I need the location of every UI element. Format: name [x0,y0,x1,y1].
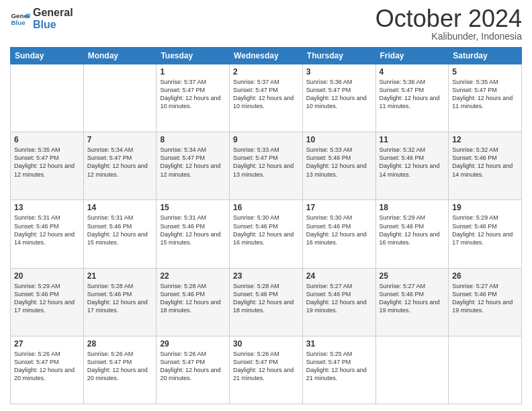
logo: General Blue General Blue [10,7,73,30]
cell-content: Sunrise: 5:26 AM Sunset: 5:47 PM Dayligh… [160,350,226,383]
table-row: 14Sunrise: 5:31 AM Sunset: 5:46 PM Dayli… [83,200,157,268]
logo-icon: General Blue [10,9,30,29]
calendar-week-4: 20Sunrise: 5:29 AM Sunset: 5:46 PM Dayli… [11,268,522,336]
day-number: 24 [306,271,372,281]
cell-content: Sunrise: 5:36 AM Sunset: 5:47 PM Dayligh… [306,78,372,111]
table-row: 31Sunrise: 5:25 AM Sunset: 5:47 PM Dayli… [302,336,375,404]
cell-content: Sunrise: 5:37 AM Sunset: 5:47 PM Dayligh… [233,78,299,111]
logo-text-blue: Blue [33,19,73,31]
table-row: 7Sunrise: 5:34 AM Sunset: 5:47 PM Daylig… [83,132,157,200]
table-row: 13Sunrise: 5:31 AM Sunset: 5:46 PM Dayli… [11,200,84,268]
day-number: 22 [160,271,226,281]
col-thursday: Thursday [302,48,375,64]
table-row: 22Sunrise: 5:28 AM Sunset: 5:46 PM Dayli… [157,268,230,336]
table-row: 21Sunrise: 5:28 AM Sunset: 5:46 PM Dayli… [83,268,157,336]
day-number: 3 [306,67,372,77]
day-number: 28 [87,339,153,349]
location: Kalibunder, Indonesia [375,31,522,42]
col-monday: Monday [83,48,157,64]
day-number: 29 [160,339,226,349]
cell-content: Sunrise: 5:29 AM Sunset: 5:46 PM Dayligh… [14,282,80,315]
table-row: 2Sunrise: 5:37 AM Sunset: 5:47 PM Daylig… [230,64,303,132]
day-number: 25 [380,271,445,281]
cell-content: Sunrise: 5:35 AM Sunset: 5:47 PM Dayligh… [452,78,518,111]
cell-content: Sunrise: 5:34 AM Sunset: 5:47 PM Dayligh… [87,146,153,179]
day-number: 31 [306,339,372,349]
svg-text:Blue: Blue [11,19,26,26]
cell-content: Sunrise: 5:26 AM Sunset: 5:47 PM Dayligh… [233,350,299,383]
title-section: October 2024 Kalibunder, Indonesia [375,7,522,42]
day-number: 21 [87,271,153,281]
day-number: 12 [452,135,518,144]
day-number: 30 [233,339,299,349]
day-number: 5 [452,67,518,77]
day-number: 8 [160,135,226,144]
day-number: 23 [233,271,299,281]
table-row: 8Sunrise: 5:34 AM Sunset: 5:47 PM Daylig… [157,132,230,200]
cell-content: Sunrise: 5:25 AM Sunset: 5:47 PM Dayligh… [306,350,372,383]
day-number: 15 [160,203,226,212]
table-row: 5Sunrise: 5:35 AM Sunset: 5:47 PM Daylig… [449,64,522,132]
cell-content: Sunrise: 5:29 AM Sunset: 5:46 PM Dayligh… [380,214,445,246]
cell-content: Sunrise: 5:30 AM Sunset: 5:46 PM Dayligh… [233,214,299,246]
cell-content: Sunrise: 5:35 AM Sunset: 5:47 PM Dayligh… [14,146,80,179]
calendar-week-5: 27Sunrise: 5:26 AM Sunset: 5:47 PM Dayli… [11,336,522,404]
table-row: 23Sunrise: 5:28 AM Sunset: 5:46 PM Dayli… [230,268,303,336]
calendar-week-1: 1Sunrise: 5:37 AM Sunset: 5:47 PM Daylig… [11,64,522,132]
cell-content: Sunrise: 5:28 AM Sunset: 5:46 PM Dayligh… [233,282,299,315]
day-number: 27 [14,339,80,349]
logo-text-general: General [33,7,73,19]
day-number: 16 [233,203,299,212]
cell-content: Sunrise: 5:27 AM Sunset: 5:46 PM Dayligh… [452,282,518,315]
cell-content: Sunrise: 5:28 AM Sunset: 5:46 PM Dayligh… [160,282,226,315]
table-row [375,336,449,404]
table-row: 3Sunrise: 5:36 AM Sunset: 5:47 PM Daylig… [302,64,375,132]
cell-content: Sunrise: 5:31 AM Sunset: 5:46 PM Dayligh… [160,214,226,246]
calendar-week-3: 13Sunrise: 5:31 AM Sunset: 5:46 PM Dayli… [11,200,522,268]
cell-content: Sunrise: 5:33 AM Sunset: 5:47 PM Dayligh… [233,146,299,179]
cell-content: Sunrise: 5:29 AM Sunset: 5:46 PM Dayligh… [452,214,518,246]
col-tuesday: Tuesday [157,48,230,64]
day-number: 4 [380,67,445,77]
cell-content: Sunrise: 5:37 AM Sunset: 5:47 PM Dayligh… [160,78,226,111]
table-row [11,64,84,132]
day-number: 6 [14,135,80,144]
col-friday: Friday [375,48,449,64]
table-row: 20Sunrise: 5:29 AM Sunset: 5:46 PM Dayli… [11,268,84,336]
header: General Blue General Blue October 2024 K… [10,7,522,42]
calendar-week-2: 6Sunrise: 5:35 AM Sunset: 5:47 PM Daylig… [11,132,522,200]
col-sunday: Sunday [11,48,84,64]
day-number: 26 [452,271,518,281]
table-row: 30Sunrise: 5:26 AM Sunset: 5:47 PM Dayli… [230,336,303,404]
cell-content: Sunrise: 5:26 AM Sunset: 5:47 PM Dayligh… [87,350,153,383]
table-row: 6Sunrise: 5:35 AM Sunset: 5:47 PM Daylig… [11,132,84,200]
table-row: 24Sunrise: 5:27 AM Sunset: 5:46 PM Dayli… [302,268,375,336]
day-number: 7 [87,135,153,144]
cell-content: Sunrise: 5:28 AM Sunset: 5:46 PM Dayligh… [87,282,153,315]
table-row: 18Sunrise: 5:29 AM Sunset: 5:46 PM Dayli… [375,200,449,268]
cell-content: Sunrise: 5:27 AM Sunset: 5:46 PM Dayligh… [306,282,372,315]
table-row: 25Sunrise: 5:27 AM Sunset: 5:46 PM Dayli… [375,268,449,336]
cell-content: Sunrise: 5:32 AM Sunset: 5:46 PM Dayligh… [380,146,445,179]
table-row: 10Sunrise: 5:33 AM Sunset: 5:46 PM Dayli… [302,132,375,200]
table-row: 4Sunrise: 5:36 AM Sunset: 5:47 PM Daylig… [375,64,449,132]
table-row: 29Sunrise: 5:26 AM Sunset: 5:47 PM Dayli… [157,336,230,404]
table-row: 19Sunrise: 5:29 AM Sunset: 5:46 PM Dayli… [449,200,522,268]
table-row: 26Sunrise: 5:27 AM Sunset: 5:46 PM Dayli… [449,268,522,336]
calendar-header-row: Sunday Monday Tuesday Wednesday Thursday… [11,48,522,64]
cell-content: Sunrise: 5:34 AM Sunset: 5:47 PM Dayligh… [160,146,226,179]
calendar-table: Sunday Monday Tuesday Wednesday Thursday… [10,47,522,404]
table-row: 17Sunrise: 5:30 AM Sunset: 5:46 PM Dayli… [302,200,375,268]
table-row: 9Sunrise: 5:33 AM Sunset: 5:47 PM Daylig… [230,132,303,200]
cell-content: Sunrise: 5:33 AM Sunset: 5:46 PM Dayligh… [306,146,372,179]
cell-content: Sunrise: 5:31 AM Sunset: 5:46 PM Dayligh… [87,214,153,246]
day-number: 14 [87,203,153,212]
cell-content: Sunrise: 5:32 AM Sunset: 5:46 PM Dayligh… [452,146,518,179]
page: General Blue General Blue October 2024 K… [0,0,532,411]
day-number: 1 [160,67,226,77]
cell-content: Sunrise: 5:27 AM Sunset: 5:46 PM Dayligh… [380,282,445,315]
table-row: 27Sunrise: 5:26 AM Sunset: 5:47 PM Dayli… [11,336,84,404]
month-title: October 2024 [375,7,522,31]
table-row: 11Sunrise: 5:32 AM Sunset: 5:46 PM Dayli… [375,132,449,200]
cell-content: Sunrise: 5:31 AM Sunset: 5:46 PM Dayligh… [14,214,80,246]
